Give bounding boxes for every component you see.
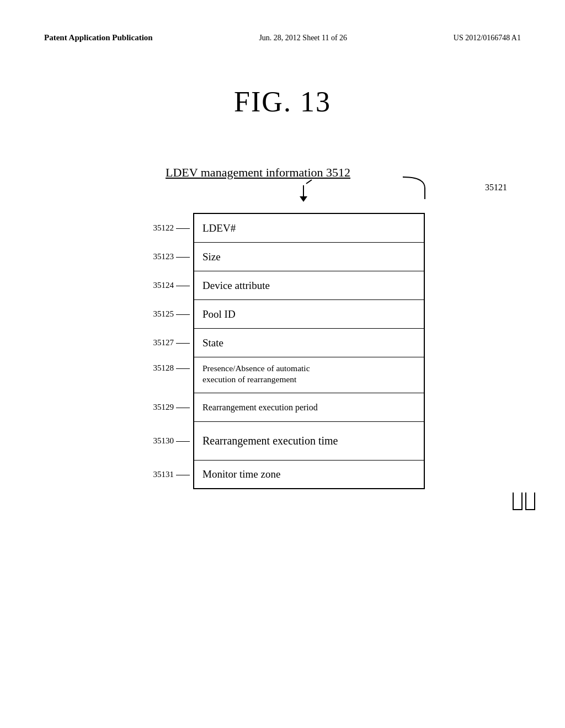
svg-marker-1 (300, 196, 307, 202)
row-monitor-time-zone: Monitor time zone (202, 468, 280, 480)
table-row: 35125 Pool ID (194, 300, 424, 329)
header-patent-number: US 2012/0166748 A1 (454, 34, 521, 42)
row-state: State (202, 337, 223, 349)
row-device-attribute: Device attribute (202, 280, 270, 292)
diagram-container: LDEV management information 3512 35121 3… (33, 165, 532, 489)
row-rearrangement-period: Rearrangement execution period (202, 403, 318, 413)
table-box: 35122 LDEV# 35123 Size 35124 Device attr… (193, 213, 425, 489)
table-row: 35124 Device attribute (194, 271, 424, 300)
table-row: 35128 Presence/Absence of automaticexecu… (194, 357, 424, 393)
header-date-sheet: Jun. 28, 2012 Sheet 11 of 26 (259, 34, 347, 42)
svg-line-2 (306, 180, 312, 184)
page-header: Patent Application Publication Jun. 28, … (44, 33, 521, 42)
row-pool-id: Pool ID (202, 308, 236, 320)
table-row: 35129 Rearrangement execution period (194, 393, 424, 422)
ref-35125: 35125 (153, 309, 195, 319)
ref-35130: 35130 (153, 436, 195, 446)
scroll-bar-1 (513, 493, 523, 510)
table-row: 35123 Size (194, 243, 424, 271)
row-size: Size (202, 251, 221, 263)
ref-35127: 35127 (153, 338, 195, 347)
data-table: 35122 LDEV# 35123 Size 35124 Device attr… (99, 213, 532, 489)
bracket-arrow-svg (193, 172, 430, 205)
header-publication-label: Patent Application Publication (44, 33, 153, 42)
row-presence-absence: Presence/Absence of automaticexecution o… (202, 363, 310, 385)
ref-35129: 35129 (153, 403, 195, 412)
table-row: 35130 Rearrangement execution time (194, 422, 424, 461)
row-rearrangement-time: Rearrangement execution time (202, 435, 338, 447)
table-row: 35127 State (194, 329, 424, 357)
ref-35123: 35123 (153, 252, 195, 261)
table-row: 35131 Monitor time zone (194, 461, 424, 489)
scroll-indicator (513, 493, 535, 510)
figure-title: FIG. 13 (0, 85, 565, 118)
ref-35124: 35124 (153, 281, 195, 290)
scroll-bar-2 (525, 493, 535, 510)
table-row: 35122 LDEV# (194, 214, 424, 243)
ref-35128: 35128 (153, 363, 195, 374)
ref-35122: 35122 (153, 223, 195, 233)
ref-35131: 35131 (153, 470, 195, 479)
label-35121: 35121 (485, 183, 507, 192)
row-ldev-hash: LDEV# (202, 222, 236, 234)
